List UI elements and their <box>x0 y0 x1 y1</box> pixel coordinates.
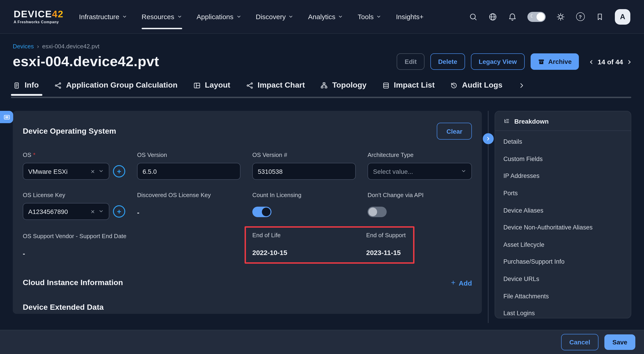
dont-change-via-api-toggle[interactable] <box>368 207 387 217</box>
menu-discovery[interactable]: Discovery <box>256 10 294 23</box>
sidebar-item-custom-fields[interactable]: Custom Fields <box>495 150 631 167</box>
expand-sidebar-button[interactable] <box>483 133 494 144</box>
os-license-key-combobox[interactable]: A1234567890 × <box>23 203 109 220</box>
os-license-key-label: OS License Key <box>23 192 65 199</box>
cancel-button[interactable]: Cancel <box>561 334 598 350</box>
tab-impact-list[interactable]: Impact List <box>382 81 435 90</box>
add-cloud-instance-button[interactable]: + Add <box>451 278 472 287</box>
device42-logo[interactable]: DEVICE42 A Freshworks Company <box>14 9 64 24</box>
sidebar-item-device-non-authoritative-aliases[interactable]: Device Non-Authoritative Aliases <box>495 219 631 236</box>
tabs-overflow-chevron-icon[interactable] <box>518 81 526 89</box>
device-os-form: OS* VMware ESXi × + OS Version 6.5. <box>23 151 472 264</box>
discovered-os-license-key-value: - <box>137 209 240 216</box>
tabs-underline <box>11 97 631 98</box>
tab-audit-logs[interactable]: Audit Logs <box>450 81 502 90</box>
sidebar-item-asset-lifecycle[interactable]: Asset Lifecycle <box>495 236 631 253</box>
delete-button[interactable]: Delete <box>430 53 465 70</box>
panel-divider <box>482 111 495 318</box>
sidebar-item-device-aliases[interactable]: Device Aliases <box>495 202 631 219</box>
menu-infrastructure[interactable]: Infrastructure <box>79 10 127 23</box>
device-os-panel: Device Operating System Clear OS* VMware… <box>13 111 482 314</box>
prev-record-icon[interactable]: ‹ <box>589 57 593 66</box>
share-network-icon <box>54 81 62 89</box>
sidebar-item-details[interactable]: Details <box>495 133 631 150</box>
os-version-num-label: OS Version # <box>252 151 287 158</box>
help-icon[interactable]: ? <box>576 12 585 21</box>
next-record-icon[interactable]: › <box>628 57 631 66</box>
clear-button[interactable]: Clear <box>437 123 472 140</box>
search-icon[interactable] <box>469 12 478 21</box>
menu-applications[interactable]: Applications <box>196 10 241 23</box>
logo-tagline: A Freshworks Company <box>14 21 64 24</box>
tab-layout[interactable]: Layout <box>193 81 230 90</box>
footer-action-bar: Cancel Save <box>0 330 644 354</box>
toggle-knob <box>262 208 270 216</box>
add-os-button[interactable]: + <box>113 165 125 178</box>
end-of-life-value: 2022-10-15 <box>252 249 366 256</box>
save-button[interactable]: Save <box>604 334 635 350</box>
user-avatar[interactable]: A <box>615 9 630 24</box>
tab-application-group-calculation[interactable]: Application Group Calculation <box>54 81 178 90</box>
section-title-device-os: Device Operating System <box>23 127 116 136</box>
architecture-type-label: Architecture Type <box>368 151 414 158</box>
chevron-down-icon[interactable] <box>98 208 104 215</box>
edit-button[interactable]: Edit <box>397 53 424 70</box>
legacy-view-button[interactable]: Legacy View <box>471 53 525 70</box>
end-of-support-label: End of Support <box>366 232 406 239</box>
architecture-type-placeholder: Select value... <box>373 168 461 175</box>
chevron-down-icon <box>376 14 382 19</box>
tab-topology[interactable]: Topology <box>320 81 366 90</box>
os-license-key-value: A1234567890 <box>28 208 91 215</box>
sidebar-item-last-logins[interactable]: Last Logins <box>495 305 631 318</box>
architecture-type-select[interactable]: Select value... <box>368 163 472 180</box>
sidebar-item-ports[interactable]: Ports <box>495 185 631 202</box>
count-in-licensing-toggle[interactable] <box>252 207 272 217</box>
main-menu: Infrastructure Resources Applications Di… <box>79 10 424 23</box>
navbar-utilities: ☾ ? A <box>469 9 630 24</box>
menu-resources[interactable]: Resources <box>142 10 182 23</box>
os-value: VMware ESXi <box>28 168 91 175</box>
chevron-down-icon[interactable] <box>98 168 104 175</box>
clear-selection-icon[interactable]: × <box>91 167 95 175</box>
clear-selection-icon[interactable]: × <box>91 208 95 215</box>
sidebar-item-purchase-support-info[interactable]: Purchase/Support Info <box>495 253 631 270</box>
sidebar-title: Breakdown <box>514 118 548 125</box>
sidebar-item-ip-addresses[interactable]: IP Addresses <box>495 167 631 185</box>
record-pager: ‹ 14 of 44 › <box>589 57 631 66</box>
breadcrumb-devices-link[interactable]: Devices <box>13 43 34 50</box>
menu-insights[interactable]: Insights+ <box>396 10 424 23</box>
tab-info[interactable]: Info <box>13 81 39 90</box>
os-version-input[interactable]: 6.5.0 <box>137 163 240 180</box>
eol-highlight-box: End of Life 2022-10-15 End of Support 20… <box>244 226 414 264</box>
section-title-device-extended: Device Extended Data <box>23 303 104 312</box>
os-version-num-input[interactable]: 5310538 <box>252 163 356 180</box>
tab-bar: Info Application Group Calculation Layou… <box>13 77 631 100</box>
archive-button[interactable]: Archive <box>530 53 579 70</box>
gear-icon[interactable] <box>556 12 565 21</box>
menu-tools[interactable]: Tools <box>358 10 382 23</box>
breadcrumb-current: esxi-004.device42.pvt <box>42 43 100 50</box>
content-area: Device Operating System Clear OS* VMware… <box>13 111 631 318</box>
app-window: DEVICE42 A Freshworks Company Infrastruc… <box>0 0 644 354</box>
hierarchy-icon <box>320 81 328 89</box>
sidebar-item-device-urls[interactable]: Device URLs <box>495 271 631 288</box>
logo-brand: DEVICE <box>14 9 52 19</box>
collapsed-panel-tab[interactable] <box>0 111 13 123</box>
theme-toggle[interactable]: ☾ <box>528 12 546 22</box>
share-network-icon <box>246 81 254 89</box>
os-label: OS <box>23 151 32 158</box>
os-support-vendor-label: OS Support Vendor - Support End Date <box>23 233 126 240</box>
page-title: esxi-004.device42.pvt <box>13 53 159 70</box>
chevron-down-icon <box>461 168 466 175</box>
bookmark-icon[interactable] <box>595 12 604 21</box>
notifications-bell-icon[interactable] <box>508 12 517 21</box>
menu-analytics[interactable]: Analytics <box>308 10 343 23</box>
tab-impact-chart[interactable]: Impact Chart <box>246 81 305 90</box>
breakdown-list: Details Custom Fields IP Addresses Ports… <box>495 131 631 318</box>
theme-toggle-knob <box>536 13 545 21</box>
os-version-label: OS Version <box>137 151 167 158</box>
os-combobox[interactable]: VMware ESXi × <box>23 163 109 180</box>
add-license-key-button[interactable]: + <box>113 205 125 218</box>
sidebar-item-file-attachments[interactable]: File Attachments <box>495 288 631 305</box>
globe-icon[interactable] <box>488 12 497 21</box>
